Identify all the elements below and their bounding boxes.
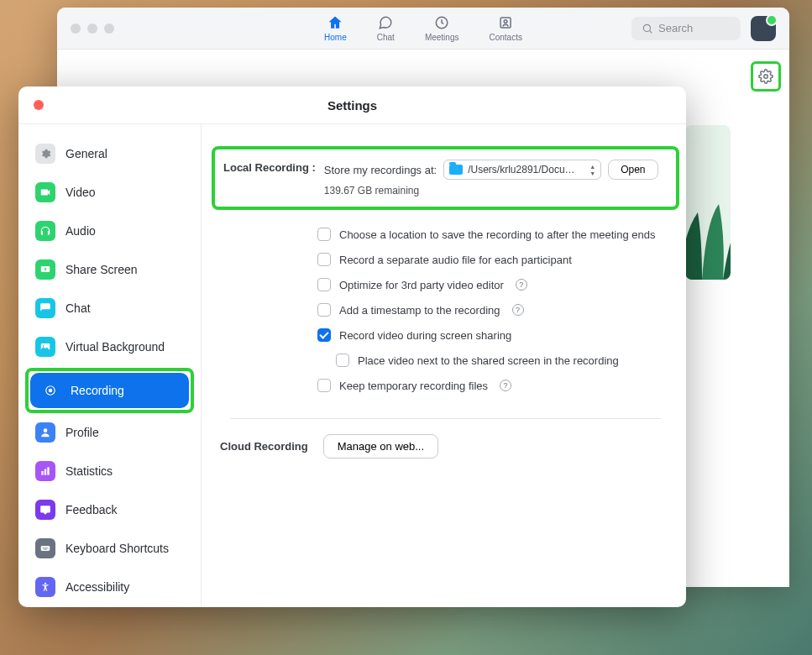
svg-point-10: [44, 428, 48, 432]
sidebar-item-statistics[interactable]: Statistics: [25, 453, 194, 489]
svg-rect-11: [41, 471, 43, 475]
checkbox-separate_audio[interactable]: [317, 253, 331, 266]
settings-sidebar: GeneralVideoAudioShare ScreenChatVirtual…: [18, 124, 202, 607]
option-label: Optimize for 3rd party video editor: [339, 279, 504, 291]
nav-label: Meetings: [425, 33, 459, 42]
sidebar-item-label: Accessibility: [65, 580, 129, 594]
folder-icon: [449, 165, 463, 175]
close-window-button[interactable]: [71, 24, 81, 34]
sidebar-item-general[interactable]: General: [25, 136, 194, 171]
store-recordings-label: Store my recordings at:: [324, 164, 437, 176]
sidebar-item-feedback[interactable]: Feedback: [25, 492, 194, 527]
home-icon: [327, 14, 343, 31]
checkbox-optimize_3rd_party[interactable]: [317, 278, 331, 291]
checkbox-timestamp[interactable]: [317, 303, 331, 317]
search-placeholder: Search: [658, 22, 693, 34]
sidebar-item-label: Video: [65, 186, 96, 199]
option-choose_location: Choose a location to save the recording …: [317, 222, 679, 247]
settings-titlebar: Settings: [18, 86, 686, 123]
main-nav: Home Chat Meetings Contacts: [324, 14, 522, 42]
checkbox-keep_temp[interactable]: [317, 379, 331, 392]
help-icon[interactable]: ?: [516, 279, 527, 291]
nav-contacts[interactable]: Contacts: [489, 14, 521, 42]
svg-rect-12: [45, 469, 46, 475]
sidebar-item-chat[interactable]: Chat: [25, 291, 194, 326]
sidebar-item-label: Share Screen: [65, 263, 138, 276]
gear-icon: [758, 69, 773, 84]
sidebar-item-virtual_background[interactable]: Virtual Background: [25, 329, 194, 364]
option-label: Record a separate audio file for each pa…: [339, 254, 572, 266]
help-icon[interactable]: ?: [500, 380, 511, 391]
checkbox-place_video_next[interactable]: [336, 354, 349, 367]
contacts-icon: [497, 14, 514, 31]
image-icon: [35, 337, 55, 357]
settings-gear-button[interactable]: [751, 61, 781, 92]
accessibility-icon: [35, 577, 55, 597]
open-folder-button[interactable]: Open: [608, 160, 657, 180]
settings-title: Settings: [327, 98, 377, 113]
recording-options: Choose a location to save the recording …: [317, 222, 679, 398]
maximize-window-button[interactable]: [104, 24, 114, 34]
option-separate_audio: Record a separate audio file for each pa…: [317, 247, 679, 272]
svg-rect-15: [43, 548, 44, 548]
cloud-recording-heading: Cloud Recording: [220, 440, 308, 453]
chat-icon: [377, 14, 394, 31]
svg-rect-18: [47, 548, 48, 548]
svg-point-9: [49, 389, 53, 393]
sidebar-item-video[interactable]: Video: [25, 175, 194, 210]
cloud-recording-section: Cloud Recording Manage on web...: [212, 434, 679, 458]
sidebar-item-keyboard_shortcuts[interactable]: Keyboard Shortcuts: [25, 531, 194, 566]
sidebar-item-label: Profile: [65, 426, 99, 439]
svg-rect-16: [44, 548, 45, 548]
search-input[interactable]: Search: [631, 17, 741, 40]
sidebar-item-recording[interactable]: Recording: [30, 373, 189, 408]
manage-on-web-button[interactable]: Manage on web...: [323, 434, 438, 458]
sidebar-item-audio[interactable]: Audio: [25, 213, 194, 249]
option-label: Keep temporary recording files: [339, 380, 488, 392]
sidebar-item-label: Chat: [65, 301, 91, 315]
checkbox-record_video_screen[interactable]: [317, 328, 331, 342]
sidebar-item-label: Recording: [71, 384, 124, 397]
headphones-icon: [35, 221, 55, 241]
option-label: Place video next to the shared screen in…: [358, 354, 619, 367]
minimize-window-button[interactable]: [87, 24, 97, 34]
keyboard-icon: [35, 538, 55, 558]
stepper-icon: ▲▼: [589, 164, 595, 176]
sidebar-item-label: General: [65, 147, 107, 160]
sidebar-item-label: Keyboard Shortcuts: [65, 542, 169, 555]
option-place_video_next: Place video next to the shared screen in…: [336, 348, 679, 373]
close-settings-button[interactable]: [34, 100, 44, 110]
record-icon: [40, 380, 60, 401]
settings-body: GeneralVideoAudioShare ScreenChatVirtual…: [18, 123, 686, 607]
search-icon: [642, 23, 653, 34]
nav-home[interactable]: Home: [324, 14, 347, 42]
nav-meetings[interactable]: Meetings: [425, 14, 459, 42]
svg-rect-17: [45, 548, 46, 548]
recording-path-text: /Users/krlu2891/Docum…: [468, 164, 583, 176]
svg-point-4: [764, 75, 768, 79]
gear-icon: [35, 144, 55, 164]
sidebar-item-profile[interactable]: Profile: [25, 415, 194, 450]
checkbox-choose_location[interactable]: [317, 228, 331, 241]
feedback-icon: [35, 500, 55, 520]
user-icon: [35, 422, 55, 443]
background-card: [685, 125, 731, 280]
storage-remaining: 139.67 GB remaining: [324, 185, 668, 196]
sidebar-item-share_screen[interactable]: Share Screen: [25, 252, 194, 287]
recording-path-select[interactable]: /Users/krlu2891/Docum… ▲▼: [443, 160, 601, 180]
svg-rect-13: [47, 467, 49, 474]
local-recording-heading: Local Recording :: [223, 161, 316, 174]
option-record_video_screen: Record video during screen sharing: [317, 322, 679, 348]
nav-chat[interactable]: Chat: [377, 14, 395, 42]
option-optimize_3rd_party: Optimize for 3rd party video editor?: [317, 272, 679, 297]
avatar[interactable]: [751, 16, 776, 41]
svg-point-2: [504, 20, 507, 24]
help-icon[interactable]: ?: [512, 304, 524, 316]
sidebar-item-accessibility[interactable]: Accessibility: [25, 569, 194, 605]
main-titlebar: Home Chat Meetings Contacts: [57, 8, 789, 50]
option-label: Choose a location to save the recording …: [339, 228, 656, 241]
svg-rect-14: [41, 546, 50, 551]
svg-point-3: [643, 24, 650, 31]
settings-content: Local Recording : Store my recordings at…: [202, 124, 686, 607]
settings-window: Settings GeneralVideoAudioShare ScreenCh…: [18, 86, 686, 607]
